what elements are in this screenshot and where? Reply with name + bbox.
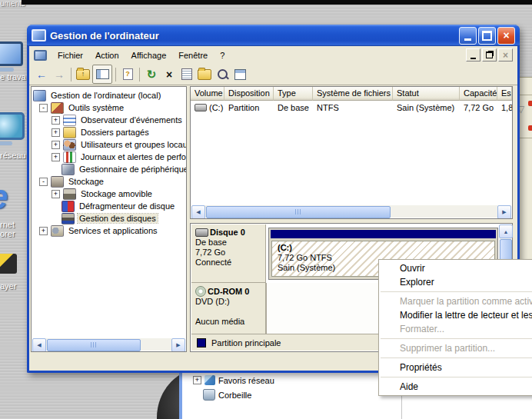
tree-item-label[interactable]: Stockage amovible [79, 189, 154, 198]
tree-item-label[interactable]: Gestionnaire de périphérique [78, 165, 187, 174]
scroll-right-icon[interactable]: ▶ [497, 205, 511, 219]
cell-volume: (C:) [209, 103, 223, 112]
expand-icon[interactable]: + [52, 128, 60, 137]
tree-item-label[interactable]: Défragmenteur de disque [78, 201, 176, 211]
scroll-up-icon[interactable]: ▲ [499, 224, 513, 238]
tree-item-label[interactable]: Outils système [67, 103, 125, 112]
tree-item-journaux-alertes[interactable]: + Journaux et alertes de perfo [32, 151, 186, 163]
collapse-icon[interactable]: - [39, 178, 48, 186]
collapse-icon[interactable]: - [39, 104, 48, 112]
expand-icon[interactable]: + [52, 153, 60, 161]
menu-fichier[interactable]: Fichier [52, 48, 89, 62]
performance-logs-icon [63, 151, 76, 163]
tree-item-label[interactable]: Corbeille [218, 391, 251, 400]
mdi-minimize-button[interactable] [466, 48, 480, 62]
expand-icon[interactable]: + [193, 376, 201, 384]
title-bar[interactable]: Gestion de l'ordinateur × [27, 25, 520, 46]
open-folder-icon[interactable] [196, 66, 213, 82]
volume-list-horizontal-scrollbar[interactable]: ◀ ▶ [191, 205, 511, 218]
disk0-header[interactable]: Disque 0 De base 7,72 Go Connecté [191, 224, 266, 283]
network-places-icon[interactable] [0, 112, 25, 145]
media-player-label[interactable]: ayer [0, 281, 16, 291]
column-statut[interactable]: Statut [393, 87, 460, 101]
column-capacite[interactable]: Capacité [460, 87, 497, 101]
menu-aide[interactable]: ? [214, 48, 231, 62]
internet-explorer-icon[interactable]: e [0, 181, 8, 212]
network-places-label[interactable]: réseau [0, 151, 26, 160]
delete-icon[interactable]: × [161, 66, 178, 82]
menu-item-proprietes[interactable]: Propriétés [379, 361, 532, 374]
internet-explorer-label-2[interactable]: orer [0, 229, 15, 238]
mdi-restore-button[interactable] [482, 48, 497, 62]
tree-item-defragmenteur[interactable]: Défragmenteur de disque [32, 200, 186, 212]
maximize-button[interactable] [478, 27, 496, 45]
volume-row-c[interactable]: (C:) Partition De base NTFS Sain (Systèm… [191, 101, 512, 114]
column-type[interactable]: Type [274, 87, 313, 101]
expand-icon[interactable]: + [52, 116, 60, 125]
refresh-icon[interactable]: ↻ [143, 66, 160, 82]
expand-icon[interactable]: + [39, 227, 48, 235]
cdrom-header[interactable]: CD-ROM 0 DVD (D:) Aucun média [191, 283, 266, 335]
tree-item-label[interactable]: Utilisateurs et groupes locau [79, 140, 187, 149]
tree-item-label[interactable]: Gestion des disques [78, 214, 158, 223]
tree-item-stockage-amovible[interactable]: + Stockage amovible [32, 188, 186, 200]
menu-affichage[interactable]: Affichage [125, 48, 173, 62]
close-button[interactable]: × [497, 27, 515, 45]
tree-item-dossiers-partages[interactable]: + Dossiers partagés [32, 126, 186, 138]
expand-icon[interactable]: + [52, 190, 60, 198]
cdrom-media: DVD (D:) [195, 297, 265, 307]
tree-item-services-applications[interactable]: + Services et applications [32, 224, 186, 237]
tree-item-label[interactable]: Observateur d'événements [79, 115, 184, 125]
tree-item-favoris-reseau[interactable]: + Favoris réseau [193, 375, 274, 385]
tree-item-gestionnaire-peripherique[interactable]: Gestionnaire de périphérique [32, 163, 186, 175]
scroll-left-icon[interactable]: ◀ [32, 338, 46, 352]
internet-explorer-label-1[interactable]: rnet [0, 220, 15, 229]
menu-fenetre[interactable]: Fenêtre [172, 48, 214, 62]
computer-icon [33, 90, 46, 101]
device-manager-icon [62, 164, 75, 175]
find-icon[interactable] [214, 66, 231, 82]
tree-item-label[interactable]: Gestion de l'ordinateur (local) [49, 91, 162, 100]
tree-item-observateur-evenements[interactable]: + Observateur d'événements [32, 114, 186, 126]
tree-item-gestion-disques[interactable]: Gestion des disques [32, 212, 186, 224]
tree-item-label[interactable]: Dossiers partagés [79, 128, 151, 137]
tree-item-label[interactable]: Stockage [67, 177, 105, 186]
menu-separator [381, 291, 532, 292]
menu-item-modifier-lettre[interactable]: Modifier la lettre de lecteur et les che… [379, 308, 532, 322]
minimize-button[interactable] [459, 27, 477, 45]
scrollbar-thumb[interactable] [47, 339, 141, 351]
media-player-icon[interactable] [0, 254, 17, 274]
tree-item-label[interactable]: Journaux et alertes de perfo [79, 152, 187, 161]
mdi-close-button[interactable]: × [498, 48, 513, 62]
menu-item-aide[interactable]: Aide [379, 380, 532, 394]
back-icon[interactable]: ← [33, 66, 50, 82]
tree-item-gestion-ordinateur[interactable]: Gestion de l'ordinateur (local) [32, 89, 186, 101]
tree-item-stockage[interactable]: - Stockage [32, 175, 186, 188]
mdi-child-icon[interactable] [34, 50, 47, 61]
views-icon[interactable] [231, 66, 248, 82]
tree-horizontal-scrollbar[interactable]: ◀ ▶ [32, 338, 185, 351]
my-computer-label[interactable]: e trava [0, 72, 26, 81]
up-one-level-icon[interactable]: ↑ [75, 66, 91, 82]
column-disposition[interactable]: Disposition [224, 87, 274, 101]
column-espace[interactable]: Esp [497, 87, 512, 101]
help-icon[interactable]: ? [119, 66, 136, 82]
tree-item-utilisateurs-groupes[interactable]: + Utilisateurs et groupes locau [32, 138, 186, 151]
column-volume[interactable]: Volume [191, 87, 224, 101]
expand-icon[interactable]: + [52, 141, 60, 149]
show-hide-console-tree-icon[interactable] [92, 65, 112, 84]
menu-item-ouvrir[interactable]: Ouvrir [379, 261, 532, 275]
scrollbar-thumb[interactable] [206, 206, 391, 218]
tree-item-outils-systeme[interactable]: - Outils système [32, 101, 186, 114]
my-computer-icon[interactable] [0, 42, 23, 71]
scrollbar-thumb[interactable] [500, 239, 512, 261]
tree-item-corbeille[interactable]: Corbeille [203, 389, 251, 401]
scroll-left-icon[interactable]: ◀ [191, 205, 205, 219]
menu-item-explorer[interactable]: Explorer [379, 275, 532, 289]
scroll-right-icon[interactable]: ▶ [171, 338, 185, 352]
properties-icon[interactable] [178, 66, 195, 82]
menu-action[interactable]: Action [89, 48, 125, 62]
tree-item-label[interactable]: Favoris réseau [218, 376, 274, 385]
tree-item-label[interactable]: Services et applications [67, 226, 159, 235]
column-systeme-fichiers[interactable]: Système de fichiers [313, 87, 393, 101]
